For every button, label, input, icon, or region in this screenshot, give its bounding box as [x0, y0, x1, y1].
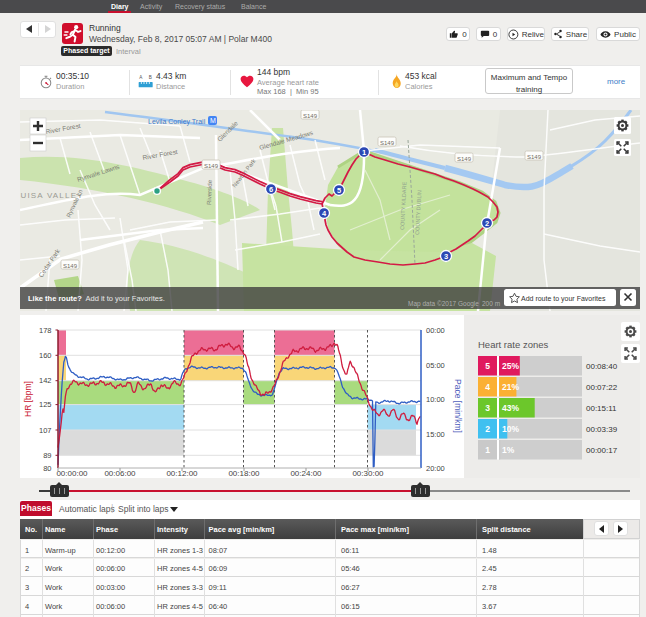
- svg-text:1: 1: [485, 445, 490, 455]
- svg-text:Like the route? Add it to you: Like the route? Add it to your Favorites…: [28, 294, 165, 303]
- svg-text:S149: S149: [204, 163, 219, 169]
- svg-text:00:00:00: 00:00:00: [56, 469, 88, 478]
- svg-text:1%: 1%: [502, 445, 515, 455]
- svg-text:89: 89: [43, 451, 51, 460]
- svg-text:3: 3: [485, 403, 490, 413]
- svg-text:21%: 21%: [502, 382, 519, 392]
- svg-text:00:24:00: 00:24:00: [290, 469, 322, 478]
- svg-text:00:00:17: 00:00:17: [586, 446, 618, 455]
- svg-text:00:30:00: 00:30:00: [352, 469, 384, 478]
- svg-text:B: B: [149, 75, 152, 80]
- svg-text:25%: 25%: [502, 361, 519, 371]
- svg-text:178: 178: [39, 326, 52, 335]
- svg-text:107: 107: [39, 426, 52, 435]
- svg-text:43%: 43%: [502, 403, 519, 413]
- svg-text:Riverside: Riverside: [206, 179, 213, 205]
- svg-text:15:00: 15:00: [426, 430, 445, 439]
- svg-text:HR [bpm]: HR [bpm]: [23, 381, 33, 417]
- svg-text:Pace [min/km]: Pace [min/km]: [453, 379, 463, 433]
- svg-text:S149: S149: [63, 263, 78, 269]
- svg-text:00:07:22: 00:07:22: [586, 383, 618, 392]
- svg-text:00:12:00: 00:12:00: [166, 469, 198, 478]
- svg-text:A: A: [139, 75, 143, 80]
- svg-text:S149: S149: [527, 154, 542, 160]
- svg-text:S149: S149: [380, 140, 395, 146]
- svg-text:S149: S149: [303, 113, 318, 119]
- svg-text:4: 4: [485, 382, 490, 392]
- svg-text:200 m: 200 m: [482, 300, 500, 307]
- svg-text:10:00: 10:00: [426, 395, 445, 404]
- svg-text:00:08:40: 00:08:40: [586, 362, 618, 371]
- svg-text:5: 5: [485, 361, 490, 371]
- svg-text:00:18:00: 00:18:00: [228, 469, 260, 478]
- svg-text:S149: S149: [457, 156, 472, 162]
- svg-text:Add route to your Favorites: Add route to your Favorites: [521, 295, 606, 303]
- svg-text:20:00: 20:00: [426, 464, 445, 473]
- svg-text:3: 3: [444, 252, 448, 261]
- svg-text:Heart rate zones: Heart rate zones: [478, 339, 548, 350]
- svg-text:05:00: 05:00: [426, 361, 445, 370]
- svg-text:160: 160: [39, 351, 52, 360]
- svg-text:00:15:11: 00:15:11: [586, 404, 617, 413]
- svg-text:Levila Conley Trail: Levila Conley Trail: [148, 118, 206, 126]
- svg-text:00:00: 00:00: [426, 326, 445, 335]
- svg-text:00:06:00: 00:06:00: [104, 469, 136, 478]
- svg-text:142: 142: [39, 376, 52, 385]
- svg-text:5: 5: [337, 186, 341, 195]
- svg-text:1: 1: [362, 148, 366, 157]
- svg-text:M: M: [210, 117, 216, 124]
- svg-text:Map data ©2017 Google: Map data ©2017 Google: [408, 300, 479, 308]
- svg-text:6: 6: [269, 185, 273, 194]
- svg-text:80: 80: [43, 464, 51, 473]
- svg-text:2: 2: [485, 424, 490, 434]
- svg-text:10%: 10%: [502, 424, 519, 434]
- svg-text:125: 125: [39, 400, 52, 409]
- svg-text:00:03:39: 00:03:39: [586, 425, 618, 434]
- svg-text:2: 2: [485, 219, 489, 228]
